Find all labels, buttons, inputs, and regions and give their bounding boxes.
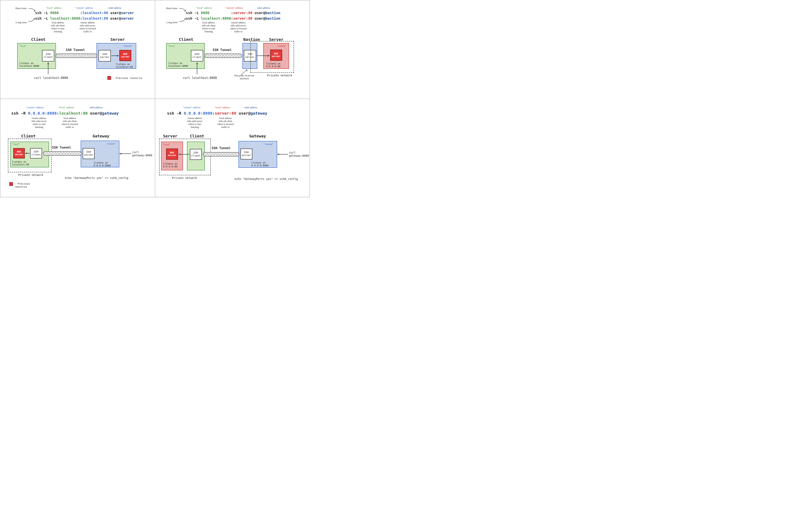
annot-sshd: sshd address <box>90 106 103 109</box>
under-local: local address tells ssh client where to … <box>214 117 237 129</box>
annot-long-form: Long form <box>167 21 178 24</box>
annot-local: "local" address <box>215 106 230 109</box>
ssh-client-box: SSH client <box>191 50 203 61</box>
under-remote: remote address tells sshd server where t… <box>76 21 99 33</box>
annot-sshd: sshd address <box>244 106 257 109</box>
ssh-tunnel-label: SSH Tunnel <box>212 146 231 150</box>
ssh-client-box: SSH client <box>30 148 42 159</box>
ssh-tunnel-label: SSH Tunnel <box>52 146 71 149</box>
curl-label: curl localhost:8080 <box>183 76 217 80</box>
local-box-label: "local" <box>12 143 20 146</box>
heading-client: Client <box>190 134 204 138</box>
heading-gateway: Gateway <box>93 134 109 138</box>
legend-swatch <box>108 76 111 80</box>
cmd-short: ssh -L 8080 :localhost:80 user@server <box>35 11 134 15</box>
under-local: local address tells ssh client where to … <box>58 117 82 129</box>
annot-long-form: Long form <box>16 21 27 24</box>
annot-local: "local" address <box>46 6 61 9</box>
arrow-curl-up <box>48 62 48 74</box>
remote-box-label: "remote" <box>123 45 133 48</box>
ssh-tunnel <box>56 54 97 58</box>
listens-client: listens on localhost:8080 <box>19 62 39 67</box>
echo-config: echo "GatewayPorts yes" >> sshd_config <box>234 177 298 180</box>
under-remote: remote address tells sshd server where t… <box>227 21 251 33</box>
arrow-curl-left <box>277 154 288 154</box>
cmd-short: ssh -L 8080 :server:80 user@bastion <box>186 11 281 15</box>
curl-label: curl gateway:8080 <box>289 151 309 157</box>
cmd-long: ssh -L localhost:8080:server:80 user@bas… <box>186 16 281 21</box>
annot-sshd: sshd address <box>109 6 121 9</box>
remote-box-label: "remote" <box>107 142 116 145</box>
remote-box-label: "remote" <box>277 45 287 48</box>
annot-remote: "remote" address <box>75 6 93 9</box>
web-server-box: Web server <box>13 148 25 159</box>
local-box-label: "local" <box>19 45 26 48</box>
arrow-long-curve <box>179 17 186 22</box>
arrow-short-curve <box>179 7 186 12</box>
private-network-label: Private network <box>18 173 43 176</box>
listens-gateway: listens on 0.0.0.0:8080 <box>93 162 111 167</box>
web-server-box: Web server <box>166 148 178 160</box>
listens-server: listens on localhost:80 <box>116 63 133 68</box>
panel-ssh-L-bastion: Short form Long form "local" address "re… <box>155 0 310 99</box>
cmd: ssh -R 0.0.0.0:8080:localhost:80 user@ga… <box>11 111 119 116</box>
ssh-tunnel-label: SSH Tunnel <box>213 48 232 52</box>
cmd: ssh -R 0.0.0.0:8080:server:80 user@gatew… <box>167 111 267 116</box>
listens-client: listens on localhost:8080 <box>168 62 188 67</box>
ssh-server-box: SSH server <box>240 148 252 160</box>
ssh-client-box: SSH client <box>42 50 54 61</box>
annot-short-form: Short form <box>166 7 177 10</box>
heading-client: Client <box>21 134 35 138</box>
private-network-label: Private network <box>172 176 197 179</box>
annot-remote: "remote" address <box>26 106 44 109</box>
heading-client: Client <box>31 37 46 42</box>
web-server-box: Web server <box>119 50 131 61</box>
ssh-server-box: SSH server <box>98 50 111 61</box>
ssh-tunnel <box>43 151 82 156</box>
legend-precious: - Precious resource <box>108 76 142 80</box>
heading-server: Server <box>163 134 177 138</box>
panel-ssh-R-server: "remote" address "local" address sshd ad… <box>155 99 310 197</box>
under-remote: remote address tells sshd server where t… <box>183 117 207 129</box>
annot-short-form: Short form <box>15 7 27 10</box>
under-local: local address tells ssh client where to … <box>198 21 220 33</box>
annot-sshd: sshd address <box>257 6 270 9</box>
panel-ssh-R-basic: "remote" address "local" address sshd ad… <box>0 99 155 197</box>
diagram-grid: Short form Long form "local" address "re… <box>0 0 310 197</box>
arrow-ssh-to-web <box>111 56 119 56</box>
listens-gateway: listens on 0.0.0.0:8080 <box>251 162 269 167</box>
ssh-tunnel-label: SSH Tunnel <box>66 48 85 52</box>
arrow-client-to-web <box>179 154 190 154</box>
listens-client: listens on localhost:80 <box>12 161 29 166</box>
echo-config: echo "GatewayPorts yes" >> sshd_config <box>65 176 128 179</box>
arrow-curl-left <box>119 153 131 154</box>
annot-remote: "remote" address <box>226 6 243 9</box>
private-network-label: Private network <box>267 74 292 77</box>
listens-server: listens on 0.0.0.0:80 <box>163 163 177 168</box>
panel-ssh-L-basic: Short form Long form "local" address "re… <box>0 0 155 99</box>
local-box-label: "local" <box>168 45 175 48</box>
heading-gateway: Gateway <box>250 134 266 138</box>
listens-server: listens on 0.0.0.0:80 <box>266 62 281 68</box>
annot-local: "local" address <box>197 6 212 9</box>
ssh-client-box: SSH client <box>190 149 202 160</box>
legend-precious: - Precious resource <box>9 182 30 188</box>
web-server-box: Web server <box>270 50 282 61</box>
curl-label: curl gateway:8080 <box>132 150 152 157</box>
arrow-curl-up <box>197 62 197 74</box>
arrow-bastion-to-web <box>257 56 270 56</box>
arrow-sshclient-to-web <box>25 153 30 153</box>
curl-label: curl localhost:8080 <box>34 76 68 80</box>
annot-remote: "remote" address <box>183 106 201 109</box>
under-local: local address tells ssh client where to … <box>47 21 69 33</box>
local-box-label: "local" <box>163 143 170 146</box>
remote-box-label: "remote" <box>264 143 273 146</box>
bastion-interfaces-note: Has public & private interfaces <box>231 74 258 80</box>
arrow-short-curve <box>28 7 36 12</box>
cmd-long: ssh -L localhost:8080:localhost:80 user@… <box>35 16 134 21</box>
annot-local: "local" address <box>58 106 74 109</box>
arrow-long-curve <box>28 17 36 22</box>
ssh-tunnel <box>203 152 239 156</box>
legend-swatch <box>9 182 13 186</box>
heading-client: Client <box>179 37 193 42</box>
